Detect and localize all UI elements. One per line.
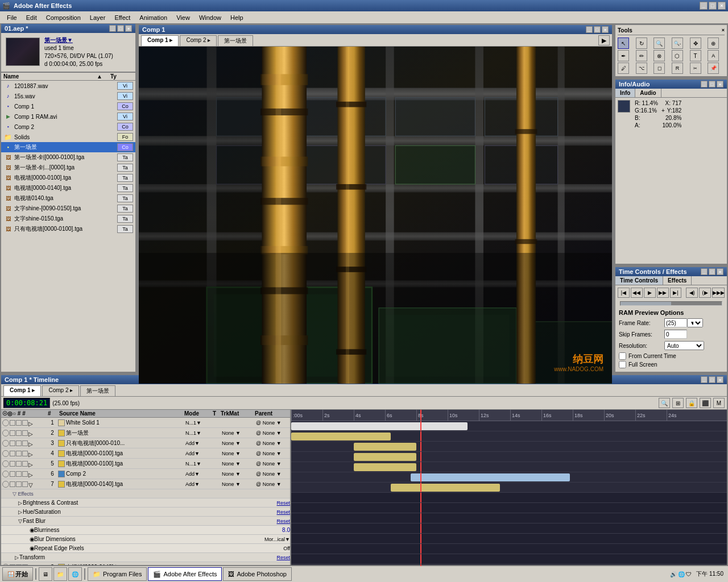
lock-icon[interactable] [22,440,28,446]
resolution-select[interactable]: Auto [664,341,704,350]
tc-minimize[interactable]: _ [701,268,708,275]
tool-zoom-out[interactable]: 🔍- [672,38,683,49]
tl-btn-3[interactable]: 🔒 [686,398,697,408]
minimize-button[interactable]: _ [700,2,708,10]
solo-icon[interactable] [16,451,22,456]
lock-icon[interactable] [22,420,28,426]
transport-last[interactable]: ▶| [670,288,682,298]
lock-icon[interactable] [22,461,28,467]
lock-icon[interactable] [22,471,28,477]
file-item[interactable]: ▶ Comp 1 RAM.avi Vi [1,111,135,122]
menu-layer[interactable]: Layer [85,13,110,22]
frame-rate-input[interactable] [664,318,687,327]
tool-select[interactable]: ↖ [618,38,629,49]
skip-frames-input[interactable] [664,330,687,339]
file-item[interactable]: 🖼 电视墙[0000-0140].tga Ta [1,183,135,193]
layer-row-5[interactable]: ▷ 5 电视墙[0000-0100].tga N...1▼ None ▼ @ N… [1,459,290,469]
visibility-icon[interactable] [2,419,9,426]
transport-prev[interactable]: ◀◀ [631,288,643,298]
menu-file[interactable]: File [2,13,22,22]
timeline-tracks[interactable]: :00s 2s 4s 6s 8s 10s 12s 14s 16s 18s 20s… [291,410,727,566]
visibility-icon[interactable] [2,471,9,477]
tool-camera[interactable]: ⊕ [708,38,719,49]
tool-brush[interactable]: 🖊 [618,63,629,74]
track-bar-5[interactable] [354,463,416,471]
menu-window[interactable]: Window [195,13,226,22]
comp-tab-1[interactable]: Comp 1 ▸ [141,35,179,46]
timeline-maximize[interactable]: □ [709,376,715,383]
visibility-icon[interactable] [2,440,9,447]
tool-puppet[interactable]: ✂ [690,63,701,74]
menu-edit[interactable]: Edit [22,13,42,22]
tc-maximize[interactable]: □ [709,268,715,275]
comp-close[interactable]: × [602,26,609,33]
tool-pin[interactable]: 📌 [708,63,719,74]
taskbar-icon-2[interactable]: 📁 [53,567,67,581]
tool-eraser[interactable]: ◻ [653,63,665,74]
reset-brightness[interactable]: Reset [276,500,290,506]
effect-hue[interactable]: ▷ Hue/Saturation Reset [1,508,290,517]
comp-viewer-options[interactable]: ▶ [598,35,610,45]
transport-slider[interactable] [620,301,722,306]
layer-row-3[interactable]: ▷ 3 只有电视墙[0000-010... Add▼ None ▼ @ None… [1,438,290,448]
reset-blur[interactable]: Reset [276,518,290,524]
taskbar-icon-1[interactable]: 🖥 [39,567,52,581]
expand-icon[interactable]: ▷ [28,462,33,466]
info-minimize[interactable]: _ [701,81,708,88]
layer-row-4[interactable]: ▷ 4 电视墙[0000-0100].tga Add▼ None ▼ @ Non… [1,448,290,459]
current-time-display[interactable]: 0:00:08:21 [3,398,50,408]
comp-tab-2[interactable]: Comp 2 ▸ [180,35,217,46]
solo-icon[interactable] [16,481,22,487]
tab-audio[interactable]: Audio [635,89,661,97]
file-item[interactable]: 🖼 电视墙0140.tga Ta [1,193,135,203]
file-item[interactable]: 🖼 文字shine-[0090-0150].tga Ta [1,203,135,214]
taskbar-icon-3[interactable]: 🌐 [68,567,82,581]
timeline-minimize[interactable]: _ [701,376,708,383]
tab-time-controls[interactable]: Time Controls [615,276,663,285]
tl-tab-1[interactable]: Comp 1 ▸ [3,385,41,396]
file-item[interactable]: 🖼 只有电视墙[0000-0100].tga Ta [1,224,135,234]
solo-icon[interactable] [16,430,22,436]
taskbar-item-programs[interactable]: 📁 Program Files [88,567,147,581]
file-item[interactable]: ♪ 1201887.wav Vi [1,81,135,91]
menu-animation[interactable]: Animation [135,13,172,22]
track-bar-6[interactable] [411,473,570,481]
tool-roto[interactable]: R [672,63,683,74]
tl-btn-2[interactable]: ⊞ [672,398,684,408]
expand-icon[interactable]: ▷ [28,472,33,476]
audio-icon[interactable] [10,461,15,467]
tool-pen[interactable]: ✒ [618,50,629,61]
file-item[interactable]: 🖼 第一场景-剑[0000-0100].tga Ta [1,152,135,163]
track-bar-2[interactable] [291,433,391,440]
layer-row-1[interactable]: ▷ 1 White Solid 1 N...1▼ @ None ▼ [1,418,290,428]
file-item[interactable]: 🖼 电视墙[0000-0100].tga Ta [1,173,135,183]
transport-first[interactable]: |◀ [618,288,630,298]
expand-icon[interactable]: ▷ [28,441,33,446]
file-item-selected[interactable]: ▪ 第一场景 Co [1,142,135,152]
audio-icon[interactable] [10,430,15,436]
menu-help[interactable]: Help [226,13,248,22]
audio-icon[interactable] [10,481,15,487]
tl-btn-4[interactable]: ⬛ [700,398,711,408]
file-item[interactable]: ▪ Comp 1 Co [1,101,135,111]
taskbar-item-ae[interactable]: 🎬 Adobe After Effects [148,567,222,581]
tool-hand[interactable]: ✥ [690,38,701,49]
track-bar-3[interactable] [354,443,416,451]
info-close[interactable]: × [717,81,723,88]
from-current-time-checkbox[interactable] [619,352,626,360]
frame-rate-select[interactable]: ▼ [687,318,703,327]
tool-text-v[interactable]: A [708,50,719,61]
comp-tab-scene[interactable]: 第一场景 [218,35,253,46]
expand-icon[interactable]: ▷ [28,451,33,456]
solo-icon[interactable] [16,420,22,426]
menu-composition[interactable]: Composition [42,13,85,22]
timeline-close[interactable]: × [717,376,723,383]
full-screen-checkbox[interactable] [619,361,626,368]
file-item[interactable]: ♪ 15s.wav Vi [1,91,135,101]
start-button[interactable]: 🪟 开始 [2,567,33,581]
transform-row[interactable]: ▷ Transform Reset [1,553,290,562]
expand-icon[interactable]: ▽ [28,482,33,487]
lock-icon[interactable] [22,430,28,436]
file-item[interactable]: 🖼 文字shine-0150.tga Ta [1,214,135,224]
tool-path[interactable]: ⬡ [672,50,683,61]
